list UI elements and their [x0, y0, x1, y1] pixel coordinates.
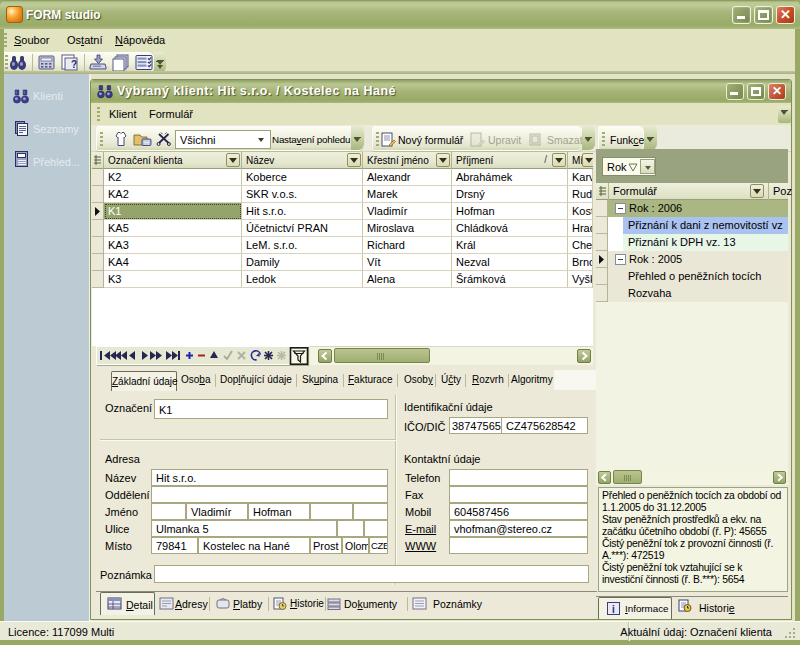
svg-text:?: ? [71, 59, 77, 70]
